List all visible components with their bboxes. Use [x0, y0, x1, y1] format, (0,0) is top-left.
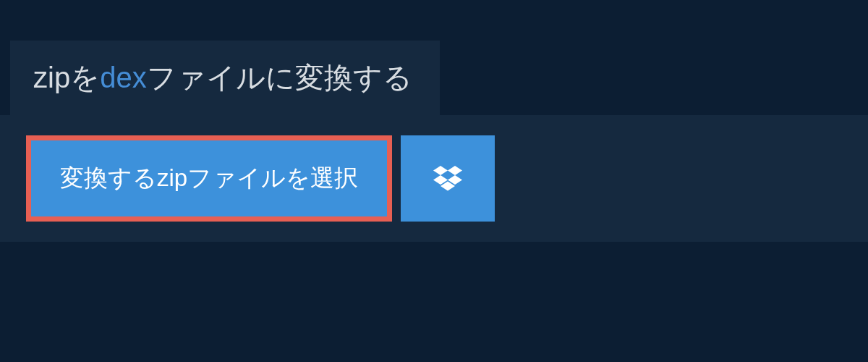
- select-file-label: 変換するzipファイルを選択: [60, 162, 358, 195]
- content-panel: 変換するzipファイルを選択: [0, 115, 868, 242]
- button-row: 変換するzipファイルを選択: [26, 135, 868, 222]
- title-format-highlight: dex: [100, 62, 147, 93]
- title-suffix: ファイルに変換する: [147, 62, 412, 93]
- title-prefix: zipを: [33, 62, 100, 93]
- conversion-header-panel: zipをdexファイルに変換する: [10, 41, 440, 115]
- dropbox-button[interactable]: [401, 135, 495, 222]
- select-file-button[interactable]: 変換するzipファイルを選択: [26, 135, 392, 222]
- page-title: zipをdexファイルに変換する: [33, 58, 412, 98]
- dropbox-icon: [433, 166, 462, 192]
